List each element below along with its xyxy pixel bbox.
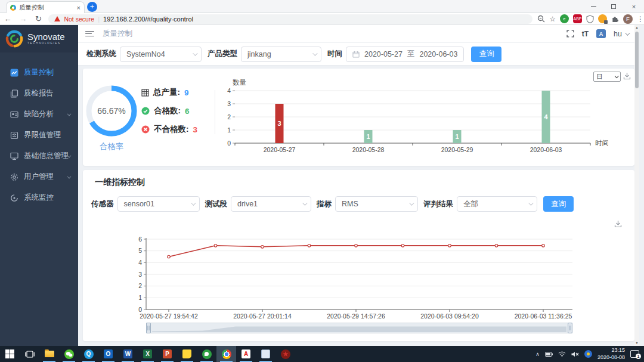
indicator-query-button[interactable]: 查询 bbox=[543, 196, 574, 212]
sidebar-item-defect-analysis[interactable]: 缺陷分析 bbox=[0, 104, 78, 125]
svg-text:2020-05-27 20:01:14: 2020-05-27 20:01:14 bbox=[233, 313, 292, 320]
period-select[interactable]: 日 bbox=[593, 72, 621, 82]
indicator-control-card: 一维指标控制 传感器 sensor01 测试段 drive1 指标 RMS 评判… bbox=[83, 170, 634, 341]
pass-rate-title: 合格率 bbox=[83, 141, 140, 152]
segment-label: 测试段 bbox=[205, 199, 228, 209]
taskbar-media-app-icon[interactable] bbox=[275, 346, 295, 362]
page-scrollbar[interactable]: ▲ ▼ bbox=[634, 25, 639, 346]
taskbar-task-view-icon[interactable] bbox=[20, 346, 39, 362]
tray-clock[interactable]: 23:15 2020-08-08 bbox=[597, 347, 625, 361]
download-icon[interactable] bbox=[623, 72, 631, 80]
total-value: 9 bbox=[184, 88, 189, 97]
not-secure-label[interactable]: Not secure bbox=[64, 16, 94, 23]
segment-select[interactable]: drive1 bbox=[231, 196, 311, 212]
taskbar-sticky-notes-icon[interactable] bbox=[177, 346, 197, 362]
scrollbar-thumb[interactable] bbox=[635, 32, 639, 88]
favicon-icon bbox=[10, 5, 16, 11]
taskbar-powerpoint-icon[interactable]: P bbox=[157, 346, 177, 362]
tray-date: 2020-08-08 bbox=[597, 354, 625, 361]
taskbar-word-icon[interactable]: W bbox=[118, 346, 138, 362]
svg-text:3: 3 bbox=[138, 271, 142, 278]
taskbar-acrobat-icon[interactable]: A bbox=[236, 346, 256, 362]
tray-chevron-icon[interactable]: ∧ bbox=[535, 351, 540, 357]
new-tab-button[interactable]: + bbox=[87, 2, 97, 12]
indicator-trend-line-chart[interactable]: 01234562020-05-27 19:54:422020-05-27 20:… bbox=[116, 236, 587, 322]
evernote-extension-icon[interactable]: e bbox=[560, 14, 569, 23]
date-from[interactable]: 2020-05-27 bbox=[364, 50, 402, 58]
query-button[interactable]: 查询 bbox=[471, 47, 501, 62]
product-select[interactable]: jinkang bbox=[241, 47, 321, 62]
sensor-select[interactable]: sensor01 bbox=[117, 196, 200, 212]
sidebar-item-user-management[interactable]: 用户管理 bbox=[0, 166, 78, 187]
minimize-button[interactable] bbox=[583, 0, 603, 13]
data-zoom-slider[interactable] bbox=[146, 323, 572, 333]
hamburger-icon[interactable] bbox=[85, 31, 94, 37]
date-range-picker[interactable]: 2020-05-27 至 2020-06-03 bbox=[346, 47, 464, 62]
lock-extension-icon[interactable] bbox=[598, 14, 607, 23]
sidebar-item-limit-management[interactable]: 界限值管理 bbox=[0, 125, 78, 146]
browser-tab[interactable]: 质量控制 × bbox=[6, 1, 85, 13]
bookmark-star-icon[interactable]: ☆ bbox=[549, 15, 556, 23]
profile-avatar[interactable]: F bbox=[623, 14, 633, 24]
time-label: 时间 bbox=[327, 49, 342, 59]
adblock-extension-icon[interactable]: ABP bbox=[573, 14, 582, 23]
translate-icon[interactable]: A bbox=[596, 29, 606, 38]
scroll-up-icon[interactable]: ▲ bbox=[634, 25, 639, 30]
volume-muted-icon[interactable] bbox=[571, 351, 579, 357]
result-value: 全部 bbox=[463, 199, 478, 209]
font-size-icon[interactable]: tT bbox=[582, 30, 589, 38]
maximize-button[interactable] bbox=[603, 0, 624, 13]
svg-text:2020-05-29 14:57:26: 2020-05-29 14:57:26 bbox=[327, 313, 385, 320]
limit-management-icon bbox=[10, 131, 18, 140]
period-value: 日 bbox=[596, 73, 603, 81]
refresh-icon[interactable]: ↻ bbox=[31, 14, 47, 23]
url-text[interactable]: 192.168.2.200/#/quality-control bbox=[103, 16, 193, 23]
sidebar-item-system-monitoring[interactable]: 系统监控 bbox=[0, 187, 78, 208]
taskbar-excel-icon[interactable]: X bbox=[138, 346, 157, 362]
system-monitoring-icon bbox=[10, 194, 18, 202]
sidebar-item-basic-info-management[interactable]: 基础信息管理 bbox=[0, 146, 78, 166]
result-select[interactable]: 全部 bbox=[457, 196, 537, 212]
browser-menu-icon[interactable]: ⋮ bbox=[637, 15, 644, 23]
taskbar-notepad-icon[interactable] bbox=[256, 346, 275, 362]
forward-icon[interactable]: → bbox=[16, 14, 31, 23]
inspection-report-icon bbox=[10, 89, 18, 98]
taskbar-outlook-icon[interactable]: O bbox=[98, 346, 118, 362]
taskbar-evernote-icon[interactable] bbox=[197, 346, 216, 362]
indicator-select[interactable]: RMS bbox=[335, 196, 418, 212]
svg-text:2: 2 bbox=[138, 282, 142, 289]
download-icon[interactable] bbox=[614, 220, 622, 228]
system-select[interactable]: SystemNo4 bbox=[120, 47, 202, 62]
tab-close-icon[interactable]: × bbox=[77, 4, 80, 11]
svg-text:6: 6 bbox=[138, 236, 142, 243]
scroll-down-icon[interactable]: ▼ bbox=[634, 341, 639, 346]
product-value: jinkang bbox=[247, 50, 271, 58]
daily-bar-chart[interactable]: 0123432020-05-2712020-05-2812020-05-2942… bbox=[227, 73, 608, 162]
taskbar-chrome-icon[interactable] bbox=[216, 346, 236, 362]
network-icon[interactable] bbox=[558, 351, 566, 357]
user-menu[interactable]: hu bbox=[614, 30, 628, 38]
url-field[interactable]: Not secure | 192.168.2.200/#/quality-con… bbox=[48, 14, 532, 24]
taskbar-start-icon[interactable] bbox=[0, 346, 20, 362]
notification-center-icon[interactable]: 1 bbox=[630, 350, 639, 358]
extensions-puzzle-icon[interactable] bbox=[611, 15, 619, 23]
back-icon[interactable]: ← bbox=[0, 14, 16, 23]
zoom-icon[interactable] bbox=[537, 15, 545, 23]
app-logo: Synovate TECHNOLOGIES bbox=[0, 25, 78, 52]
sidebar-item-quality-control[interactable]: 质量控制 bbox=[0, 62, 78, 83]
ime-icon[interactable] bbox=[584, 350, 592, 358]
zoom-handle-right[interactable] bbox=[568, 323, 572, 333]
sidebar-item-inspection-report[interactable]: 质检报告 bbox=[0, 83, 78, 104]
battery-icon[interactable] bbox=[545, 352, 553, 357]
shield-extension-icon[interactable] bbox=[586, 15, 594, 23]
notification-badge: 1 bbox=[636, 354, 641, 359]
indicator-label: 指标 bbox=[317, 199, 332, 209]
fullscreen-icon[interactable] bbox=[566, 30, 574, 38]
zoom-handle-left[interactable] bbox=[147, 323, 151, 333]
username: hu bbox=[614, 30, 622, 38]
taskbar-file-explorer-icon[interactable] bbox=[39, 346, 59, 362]
close-button[interactable]: × bbox=[624, 0, 644, 13]
date-to[interactable]: 2020-06-03 bbox=[419, 50, 457, 58]
taskbar-qq-browser-icon[interactable]: Q bbox=[79, 346, 98, 362]
taskbar-wechat-icon[interactable] bbox=[59, 346, 79, 362]
